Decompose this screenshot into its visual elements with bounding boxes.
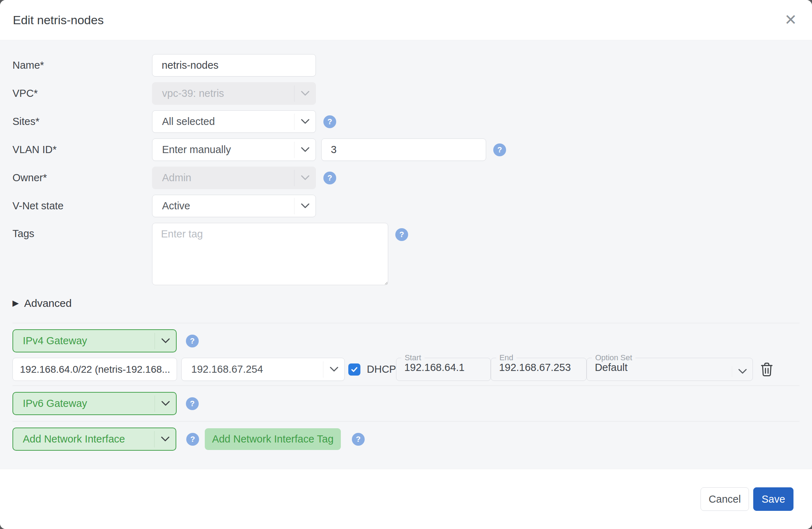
name-label: Name* xyxy=(12,59,152,71)
chevron-down-icon xyxy=(323,361,344,378)
trash-icon xyxy=(760,361,774,378)
vpc-select: vpc-39: netris xyxy=(152,82,316,105)
subnet-select[interactable]: 192.168.64.0/22 (netris-192.168... xyxy=(12,358,177,381)
name-input[interactable] xyxy=(152,54,316,77)
dhcp-check-icon xyxy=(350,366,358,373)
owner-label: Owner* xyxy=(12,172,152,184)
divider xyxy=(12,386,800,386)
ipv6-gateway-row: IPv6 Gateway ? xyxy=(12,392,800,415)
ipv4-gateway-select-value: IPv4 Gateway xyxy=(13,330,155,352)
vlan-id-input[interactable] xyxy=(321,138,486,161)
sites-help-icon[interactable]: ? xyxy=(323,115,336,128)
add-interface-tag-button[interactable]: Add Network Interface Tag xyxy=(205,428,341,450)
sites-select-value: All selected xyxy=(152,111,294,132)
vpc-select-value: vpc-39: netris xyxy=(152,83,294,104)
owner-select: Admin xyxy=(152,167,316,189)
vnet-state-row: V-Net state Active xyxy=(12,195,800,217)
dhcp-label: DHCP xyxy=(367,363,396,375)
edit-vnet-modal: Edit netris-nodes ✕ Name* VPC* vpc-39: n… xyxy=(0,0,812,529)
ipv4-gateway-select[interactable]: IPv4 Gateway xyxy=(12,329,177,352)
owner-select-value: Admin xyxy=(152,167,294,189)
add-interface-help-icon[interactable]: ? xyxy=(186,433,199,446)
ipv4-gateway-row: IPv4 Gateway ? xyxy=(12,329,800,352)
chevron-down-icon xyxy=(294,198,316,214)
add-interface-tag-help-icon[interactable]: ? xyxy=(352,433,365,446)
modal-body: Name* VPC* vpc-39: netris Sites* All sel… xyxy=(0,40,812,469)
advanced-caret-icon: ▶ xyxy=(12,299,19,307)
ipv6-gateway-select-value: IPv6 Gateway xyxy=(13,393,155,414)
chevron-down-icon xyxy=(155,396,176,412)
cancel-button[interactable]: Cancel xyxy=(701,487,749,511)
vlan-label: VLAN ID* xyxy=(12,144,152,156)
ipv4-subnet-row: 192.168.64.0/22 (netris-192.168... 192.1… xyxy=(12,354,800,381)
dhcp-field: DHCP xyxy=(348,358,396,381)
chevron-down-icon xyxy=(154,431,176,447)
vlan-mode-select-value: Enter manually xyxy=(152,139,294,161)
chevron-down-icon xyxy=(294,170,316,186)
modal-footer: Cancel Save xyxy=(0,469,812,529)
option-set-legend: Option Set xyxy=(592,354,635,362)
add-interface-select-value: Add Network Interface xyxy=(13,428,154,450)
vpc-row: VPC* vpc-39: netris xyxy=(12,82,800,105)
vnet-state-label: V-Net state xyxy=(12,200,152,212)
tags-input[interactable] xyxy=(152,223,388,285)
vnet-state-select-value: Active xyxy=(152,195,294,217)
tags-label: Tags xyxy=(12,223,152,240)
dhcp-start-field: Start xyxy=(396,354,491,381)
vpc-label: VPC* xyxy=(12,88,152,99)
add-interface-select[interactable]: Add Network Interface xyxy=(12,428,176,451)
sites-select[interactable]: All selected xyxy=(152,110,316,133)
gateway-ip-select-value: 192.168.67.254 xyxy=(182,358,323,381)
dhcp-start-input[interactable] xyxy=(396,362,490,377)
advanced-label: Advanced xyxy=(24,297,72,309)
subnet-select-value: 192.168.64.0/22 (netris-192.168... xyxy=(20,364,170,375)
add-interface-row: Add Network Interface ? Add Network Inte… xyxy=(12,428,800,451)
ipv6-gateway-select[interactable]: IPv6 Gateway xyxy=(12,392,177,415)
gateway-ip-select[interactable]: 192.168.67.254 xyxy=(181,358,345,381)
dhcp-end-input[interactable] xyxy=(491,362,586,377)
divider xyxy=(12,421,800,421)
divider xyxy=(12,323,800,323)
chevron-down-icon xyxy=(294,142,316,158)
chevron-down-icon xyxy=(294,114,316,130)
dhcp-end-legend: End xyxy=(496,354,516,362)
vlan-mode-select[interactable]: Enter manually xyxy=(152,138,316,161)
chevron-down-icon xyxy=(732,366,753,377)
dhcp-start-legend: Start xyxy=(401,354,424,362)
ipv6-gateway-help-icon[interactable]: ? xyxy=(186,397,199,410)
delete-gateway-button[interactable] xyxy=(760,358,774,381)
sites-label: Sites* xyxy=(12,116,152,127)
vnet-state-select[interactable]: Active xyxy=(152,195,316,217)
owner-help-icon[interactable]: ? xyxy=(323,172,336,184)
chevron-down-icon xyxy=(155,333,176,349)
vlan-help-icon[interactable]: ? xyxy=(493,143,506,156)
vlan-row: VLAN ID* Enter manually ? xyxy=(12,138,800,161)
save-button[interactable]: Save xyxy=(753,487,793,511)
tags-row: Tags ? xyxy=(12,223,800,285)
chevron-down-icon xyxy=(294,85,316,102)
option-set-value: Default xyxy=(587,362,753,377)
advanced-toggle[interactable]: ▶ Advanced xyxy=(12,298,94,308)
owner-row: Owner* Admin ? xyxy=(12,167,800,189)
tags-help-icon[interactable]: ? xyxy=(395,228,408,241)
option-set-field[interactable]: Option Set Default xyxy=(587,354,753,381)
dhcp-end-field: End xyxy=(491,354,587,381)
close-icon[interactable]: ✕ xyxy=(783,12,798,28)
modal-header: Edit netris-nodes ✕ xyxy=(0,0,812,40)
page-title: Edit netris-nodes xyxy=(13,13,104,27)
dhcp-checkbox[interactable] xyxy=(348,363,360,376)
ipv4-gateway-help-icon[interactable]: ? xyxy=(186,335,199,347)
name-row: Name* xyxy=(12,54,800,77)
sites-row: Sites* All selected ? xyxy=(12,110,800,133)
